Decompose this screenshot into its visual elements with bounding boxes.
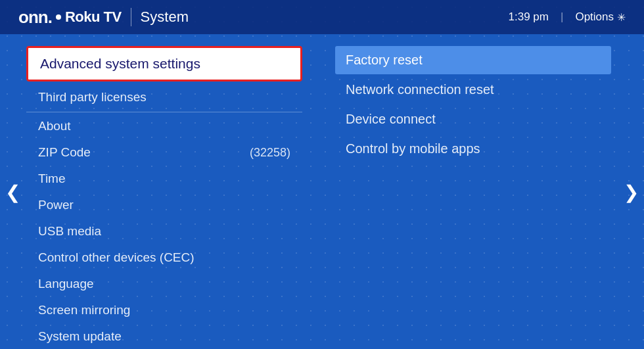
logo-onn: onn. bbox=[18, 7, 52, 28]
menu-item-label: Control other devices (CEC) bbox=[38, 250, 195, 265]
menu-item-label: USB media bbox=[38, 224, 101, 239]
selected-menu-item[interactable]: Advanced system settings bbox=[26, 46, 302, 81]
menu-item-label: ZIP Code bbox=[38, 145, 91, 160]
menu-item-label: Time bbox=[38, 172, 66, 186]
clock: 1:39 pm bbox=[509, 11, 549, 24]
left-panel: ❮ Advanced system settings Third party l… bbox=[0, 34, 322, 349]
logo-roku: Roku TV bbox=[65, 9, 122, 26]
options-label: Options bbox=[575, 11, 614, 24]
main-content: ❮ Advanced system settings Third party l… bbox=[0, 34, 644, 349]
right-panel: ❯ Factory resetNetwork connection resetD… bbox=[322, 34, 644, 349]
nav-right-arrow[interactable]: ❯ bbox=[618, 174, 644, 209]
header-divider bbox=[131, 8, 131, 26]
menu-item-label: About bbox=[38, 119, 71, 133]
header-right: 1:39 pm | Options ✳ bbox=[509, 11, 626, 24]
left-menu-item[interactable]: About bbox=[26, 112, 302, 139]
menu-item-value: (32258) bbox=[250, 146, 290, 160]
header: onn. Roku TV System 1:39 pm | Options ✳ bbox=[0, 0, 644, 34]
menu-item-label: Screen mirroring bbox=[38, 303, 130, 317]
header-pipe: | bbox=[561, 11, 563, 24]
left-menu-item[interactable]: Screen mirroring bbox=[26, 297, 302, 323]
left-menu-item[interactable]: Time bbox=[26, 166, 302, 192]
left-menu-item[interactable]: System update bbox=[26, 323, 302, 349]
menu-item-label: Third party licenses bbox=[38, 90, 147, 105]
nav-left-arrow[interactable]: ❮ bbox=[0, 174, 26, 209]
left-menu-item[interactable]: Control other devices (CEC) bbox=[26, 244, 302, 271]
left-menu-item[interactable]: Third party licenses bbox=[26, 84, 302, 110]
header-left: onn. Roku TV System bbox=[18, 7, 189, 28]
right-menu-item[interactable]: Factory reset bbox=[335, 46, 611, 74]
page-title: System bbox=[141, 9, 189, 26]
options-button[interactable]: Options ✳ bbox=[575, 11, 626, 24]
left-menu-item[interactable]: ZIP Code(32258) bbox=[26, 139, 302, 166]
menu-item-label: System update bbox=[38, 329, 122, 344]
left-menu: Third party licensesAboutZIP Code(32258)… bbox=[0, 84, 322, 349]
selected-menu-item-label: Advanced system settings bbox=[40, 56, 200, 71]
logo-dot-separator bbox=[56, 14, 61, 20]
logo: onn. Roku TV bbox=[18, 7, 122, 28]
left-menu-item[interactable]: Power bbox=[26, 192, 302, 218]
menu-item-label: Power bbox=[38, 198, 74, 212]
left-menu-item[interactable]: USB media bbox=[26, 218, 302, 244]
menu-item-label: Language bbox=[38, 277, 94, 291]
right-menu-item[interactable]: Control by mobile apps bbox=[335, 135, 611, 163]
right-menu-item[interactable]: Network connection reset bbox=[335, 76, 611, 104]
left-menu-item[interactable]: Language bbox=[26, 271, 302, 297]
right-menu-item[interactable]: Device connect bbox=[335, 105, 611, 133]
star-icon: ✳ bbox=[617, 11, 626, 24]
